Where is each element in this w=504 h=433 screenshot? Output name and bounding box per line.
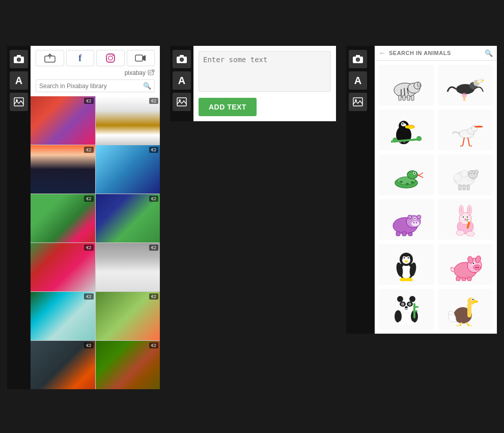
- camera-icon-2[interactable]: [173, 50, 191, 68]
- webcam-button[interactable]: [127, 50, 155, 66]
- camera-icon-1[interactable]: [10, 50, 28, 68]
- image-icon-1[interactable]: [10, 93, 28, 111]
- svg-point-17: [181, 59, 183, 61]
- svg-line-57: [399, 142, 401, 142]
- animals-search-input[interactable]: [389, 50, 482, 56]
- svg-point-110: [456, 230, 464, 235]
- svg-point-153: [398, 321, 406, 326]
- animal-hippo[interactable]: [379, 199, 434, 240]
- back-button[interactable]: ←: [379, 49, 386, 57]
- svg-point-23: [357, 59, 359, 61]
- add-text-button[interactable]: ADD TEXT: [199, 98, 257, 116]
- image-cell[interactable]: €2: [96, 292, 160, 340]
- svg-point-107: [467, 216, 468, 217]
- image-badge: €2: [84, 293, 93, 300]
- text-input[interactable]: [199, 51, 331, 92]
- image-cell[interactable]: €2: [31, 341, 95, 389]
- svg-rect-96: [402, 232, 406, 236]
- image-cell[interactable]: €2: [96, 243, 160, 291]
- pixabay-text: pixabay: [125, 69, 146, 76]
- panel3-content: ← 🔍: [375, 46, 497, 334]
- instagram-button[interactable]: [96, 50, 125, 66]
- svg-point-105: [463, 216, 464, 217]
- svg-rect-152: [413, 310, 417, 312]
- text-icon-3[interactable]: A: [349, 71, 367, 90]
- svg-point-144: [409, 303, 410, 304]
- animal-toucan[interactable]: [379, 110, 434, 150]
- pixabay-label-row: pixabay: [34, 69, 157, 76]
- sidebar-1: A: [7, 46, 31, 389]
- animal-vulture[interactable]: [438, 65, 493, 105]
- image-cell[interactable]: €2: [31, 96, 95, 145]
- svg-point-71: [400, 181, 403, 183]
- svg-point-117: [404, 257, 405, 258]
- camera-icon-3[interactable]: [349, 50, 367, 68]
- svg-point-148: [395, 310, 402, 322]
- svg-point-131: [473, 262, 474, 264]
- image-badge: €2: [149, 342, 158, 348]
- svg-point-80: [473, 173, 474, 174]
- image-cell[interactable]: €2: [96, 145, 160, 194]
- animals-search-icon[interactable]: 🔍: [485, 49, 493, 57]
- image-badge: €2: [149, 196, 158, 202]
- svg-point-119: [408, 257, 409, 258]
- image-cell[interactable]: €2: [31, 194, 95, 242]
- animal-rabbit[interactable]: [438, 199, 493, 240]
- pixabay-search-input[interactable]: [39, 83, 143, 90]
- svg-point-75: [454, 174, 462, 182]
- animal-ostrich[interactable]: [438, 289, 493, 330]
- image-cell[interactable]: €2: [96, 194, 160, 242]
- svg-rect-83: [467, 185, 469, 190]
- svg-point-101: [460, 207, 462, 214]
- image-icon-2[interactable]: [173, 93, 191, 111]
- image-badge: €2: [84, 245, 93, 251]
- svg-point-47: [482, 79, 484, 81]
- svg-rect-81: [459, 185, 461, 190]
- svg-line-33: [404, 88, 405, 95]
- animal-stork[interactable]: [438, 110, 493, 150]
- svg-rect-134: [456, 277, 460, 281]
- upload-button[interactable]: [36, 50, 64, 66]
- svg-line-63: [468, 138, 469, 146]
- svg-rect-24: [356, 55, 360, 57]
- image-cell[interactable]: €2: [31, 292, 95, 340]
- image-cell[interactable]: €2: [31, 243, 95, 291]
- svg-rect-18: [180, 55, 184, 57]
- animal-pig[interactable]: [438, 244, 493, 285]
- image-badge: €2: [84, 196, 93, 202]
- animal-snake[interactable]: [379, 154, 434, 195]
- svg-point-72: [406, 183, 409, 185]
- svg-line-165: [467, 326, 469, 326]
- svg-point-70: [414, 172, 415, 173]
- svg-point-93: [408, 215, 412, 219]
- svg-rect-36: [403, 95, 405, 100]
- image-badge: €2: [84, 342, 93, 348]
- text-icon-2[interactable]: A: [173, 71, 191, 90]
- svg-point-90: [414, 218, 415, 219]
- text-icon-1[interactable]: A: [10, 71, 28, 90]
- animal-penguin[interactable]: [379, 244, 434, 285]
- animal-panda[interactable]: [379, 289, 434, 330]
- svg-point-108: [464, 219, 466, 221]
- svg-point-9: [113, 55, 114, 56]
- svg-rect-10: [135, 55, 143, 61]
- svg-line-65: [469, 146, 472, 146]
- animals-grid: [375, 61, 497, 334]
- image-icon-3[interactable]: [349, 93, 367, 111]
- facebook-button[interactable]: f: [66, 50, 95, 66]
- svg-line-163: [456, 326, 459, 326]
- animal-zebra[interactable]: [379, 65, 434, 105]
- image-cell[interactable]: €2: [96, 341, 160, 389]
- svg-point-56: [416, 136, 422, 141]
- svg-line-64: [460, 146, 463, 146]
- svg-line-166: [469, 326, 471, 326]
- image-cell[interactable]: €2: [31, 145, 95, 194]
- svg-point-94: [417, 215, 421, 219]
- animal-sheep[interactable]: [438, 154, 493, 195]
- image-badge: €2: [149, 293, 158, 300]
- image-badge: €2: [149, 98, 158, 104]
- image-cell[interactable]: €2: [96, 96, 160, 145]
- svg-point-142: [402, 303, 403, 304]
- svg-marker-11: [143, 55, 146, 61]
- pixabay-search-bar[interactable]: 🔍: [36, 79, 155, 92]
